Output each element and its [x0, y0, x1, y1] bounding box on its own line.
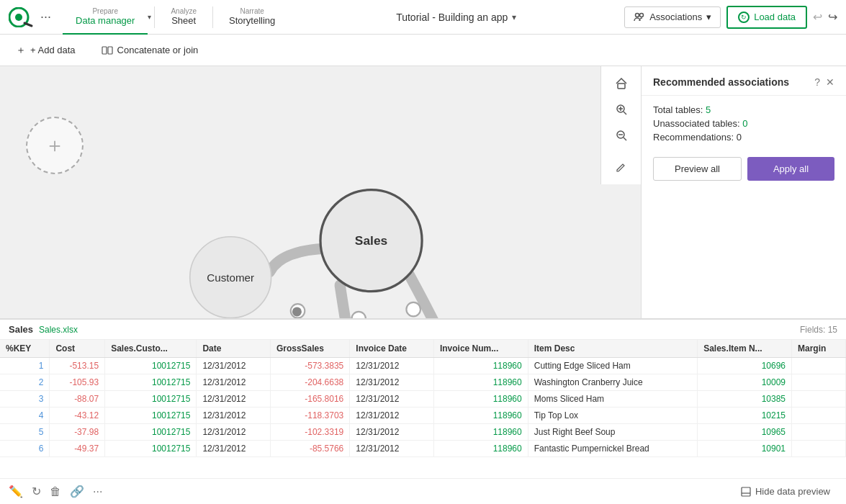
cell-margin	[792, 358, 846, 374]
cell-date: 12/31/2012	[197, 408, 270, 424]
svg-point-9	[406, 302, 420, 317]
hide-preview-label: Hide data preview	[755, 486, 830, 497]
cell-itemdesc: Moms Sliced Ham	[528, 391, 697, 408]
cell-cost: -43.12	[50, 408, 105, 424]
data-preview-header: Sales Sales.xlsx Fields: 15	[0, 320, 846, 340]
zoom-out-button[interactable]	[610, 124, 633, 147]
col-header-date: Date	[197, 340, 270, 358]
more-options-icon[interactable]: ···	[40, 9, 51, 24]
cell-invdate: 12/31/2012	[350, 424, 434, 441]
unassociated-tables-stat: Unassociated tables: 0	[653, 118, 834, 129]
top-nav: ··· Prepare Data manager ▾ Analyze Sheet…	[0, 0, 846, 35]
cell-margin	[792, 441, 846, 457]
cell-gross: -85.5766	[270, 441, 349, 457]
cell-key: 5	[0, 424, 50, 441]
data-table-wrapper: %KEY Cost Sales.Custo... Date GrossSales…	[0, 340, 846, 478]
cell-itemn: 10965	[698, 424, 792, 441]
home-button[interactable]	[610, 72, 633, 95]
rec-panel-title: Recommended associations	[653, 76, 789, 88]
add-data-label: + Add data	[30, 45, 76, 55]
associations-label: Associations	[649, 12, 702, 22]
cell-gross: -573.3835	[270, 358, 349, 374]
delete-table-icon[interactable]: 🗑	[50, 485, 61, 498]
load-data-label: Load data	[754, 12, 796, 22]
data-preview-title: Sales Sales.xlsx	[9, 324, 78, 335]
nav-narrate-top: Narrate	[240, 7, 264, 15]
nav-narrate[interactable]: Narrate Storytelling	[216, 0, 288, 35]
undo-icon[interactable]: ↩	[813, 10, 822, 24]
edit-table-icon[interactable]: ✏️	[9, 485, 23, 498]
nav-prepare-main: Data manager	[76, 15, 135, 26]
apply-all-button[interactable]: Apply all	[747, 157, 834, 181]
svg-point-4	[640, 13, 644, 17]
associations-icon	[634, 12, 645, 23]
rec-panel-actions: ? ✕	[814, 76, 834, 88]
cell-invnum: 118960	[433, 391, 528, 408]
cell-margin	[792, 424, 846, 441]
cell-key: 2	[0, 374, 50, 391]
cell-itemn: 10385	[698, 391, 792, 408]
concatenate-icon	[102, 45, 113, 56]
preview-bottom-icons: ✏️ ↻ 🗑 🔗 ···	[9, 485, 102, 498]
cell-invdate: 12/31/2012	[350, 374, 434, 391]
table-name-label: Sales	[9, 324, 33, 335]
table-row: 5 -37.98 10012715 12/31/2012 -102.3319 1…	[0, 424, 846, 441]
edit-mode-button[interactable]	[610, 156, 633, 179]
preview-bottom-bar: ✏️ ↻ 🗑 🔗 ··· Hide data preview	[0, 478, 846, 504]
cell-cust: 10012715	[105, 391, 197, 408]
nav-analyze-top: Analyze	[171, 7, 197, 15]
table-row: 4 -43.12 10012715 12/31/2012 -118.3703 1…	[0, 408, 846, 424]
cell-invnum: 118960	[433, 424, 528, 441]
data-preview-panel: Sales Sales.xlsx Fields: 15 %KEY Cost Sa…	[0, 318, 846, 504]
rec-help-icon[interactable]: ?	[814, 76, 820, 88]
add-data-button[interactable]: ＋ + Add data	[9, 40, 83, 61]
cell-date: 12/31/2012	[197, 391, 270, 408]
cell-invdate: 12/31/2012	[350, 358, 434, 374]
col-header-cust: Sales.Custo...	[105, 340, 197, 358]
app-title-chevron[interactable]: ▾	[512, 12, 516, 22]
hide-preview-button[interactable]: Hide data preview	[734, 483, 837, 500]
svg-rect-6	[108, 47, 112, 54]
nav-prepare-top: Prepare	[92, 7, 118, 15]
qlik-logo	[9, 7, 35, 27]
cell-cost: -105.93	[50, 374, 105, 391]
col-header-invnum: Invoice Num...	[433, 340, 528, 358]
app-title: Tutorial - Building an app	[396, 12, 508, 23]
refresh-table-icon[interactable]: ↻	[32, 485, 41, 498]
concatenate-label: Concatenate or join	[117, 45, 199, 55]
cell-invnum: 118960	[433, 441, 528, 457]
link-table-icon[interactable]: 🔗	[70, 485, 84, 498]
cell-gross: -204.6638	[270, 374, 349, 391]
cell-itemdesc: Tip Top Lox	[528, 408, 697, 424]
associations-button[interactable]: Associations ▾	[624, 6, 721, 28]
load-data-button[interactable]: ↻ Load data	[726, 6, 807, 29]
cell-cost: -37.98	[50, 424, 105, 441]
zoom-in-button[interactable]	[610, 98, 633, 121]
fields-count-label: Fields: 15	[800, 325, 837, 335]
col-header-itemdesc: Item Desc	[528, 340, 697, 358]
cell-gross: -165.8016	[270, 391, 349, 408]
preview-all-button[interactable]: Preview all	[653, 157, 742, 181]
svg-point-1	[15, 14, 22, 21]
nav-analyze[interactable]: Analyze Sheet	[158, 0, 210, 35]
col-header-invdate: Invoice Date	[350, 340, 434, 358]
rec-close-icon[interactable]: ✕	[826, 76, 834, 88]
nav-divider-2	[212, 6, 213, 28]
cell-itemn: 10009	[698, 374, 792, 391]
associations-dropdown-icon: ▾	[706, 12, 711, 22]
add-data-icon: ＋	[16, 44, 26, 57]
table-row: 3 -88.07 10012715 12/31/2012 -165.8016 1…	[0, 391, 846, 408]
nav-prepare[interactable]: Prepare Data manager	[63, 0, 148, 35]
table-header: %KEY Cost Sales.Custo... Date GrossSales…	[0, 340, 846, 358]
cell-key: 1	[0, 358, 50, 374]
cell-cust: 10012715	[105, 424, 197, 441]
cell-cust: 10012715	[105, 408, 197, 424]
more-table-icon[interactable]: ···	[93, 485, 102, 498]
concatenate-button[interactable]: Concatenate or join	[94, 40, 206, 60]
redo-icon[interactable]: ↪	[828, 10, 837, 24]
cell-key: 4	[0, 408, 50, 424]
cell-gross: -102.3319	[270, 424, 349, 441]
svg-line-24	[624, 112, 626, 114]
col-header-key: %KEY	[0, 340, 50, 358]
col-header-gross: GrossSales	[270, 340, 349, 358]
